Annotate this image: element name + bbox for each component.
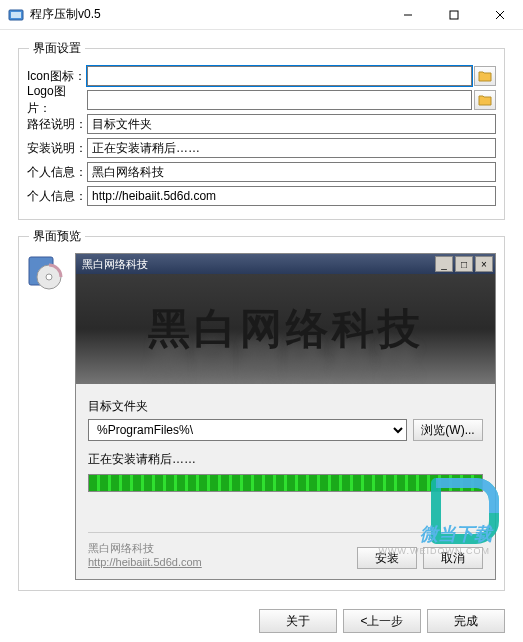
- preview-group: 界面预览 黑白网络科技 _ □ × 黑白网络科技 目标文件夹 %ProgramF…: [18, 228, 505, 591]
- settings-legend: 界面设置: [29, 40, 85, 57]
- preview-close-button[interactable]: ×: [475, 256, 493, 272]
- progress-fill: [89, 475, 482, 491]
- folder-icon: [478, 69, 492, 83]
- progress-bar: [88, 474, 483, 492]
- preview-path-select[interactable]: %ProgramFiles%\: [88, 419, 407, 441]
- info1-label: 个人信息：: [27, 164, 87, 181]
- preview-browse-button[interactable]: 浏览(W)...: [413, 419, 483, 441]
- logo-input[interactable]: [87, 90, 472, 110]
- svg-point-8: [46, 274, 52, 280]
- preview-title-text: 黑白网络科技: [82, 257, 148, 272]
- bottom-bar: 关于 <上一步 完成: [0, 609, 523, 633]
- install-desc-row: 安装说明：: [27, 137, 496, 159]
- finish-button[interactable]: 完成: [427, 609, 505, 633]
- logo-label: Logo图片：: [27, 83, 87, 117]
- app-icon: [8, 7, 24, 23]
- window-title: 程序压制v0.5: [30, 6, 385, 23]
- install-desc-input[interactable]: [87, 138, 496, 158]
- close-button[interactable]: [477, 0, 523, 30]
- preview-minimize-button[interactable]: _: [435, 256, 453, 272]
- svg-rect-3: [450, 11, 458, 19]
- settings-group: 界面设置 Icon图标： Logo图片： 路径说明： 安装说明： 个人信息： 个…: [18, 40, 505, 220]
- window-titlebar: 程序压制v0.5: [0, 0, 523, 30]
- preview-path-label: 目标文件夹: [88, 398, 483, 415]
- icon-browse-button[interactable]: [474, 66, 496, 86]
- maximize-button[interactable]: [431, 0, 477, 30]
- about-button[interactable]: 关于: [259, 609, 337, 633]
- preview-company: 黑白网络科技: [88, 541, 357, 555]
- preview-url-link[interactable]: http://heibaiit.5d6d.com: [88, 556, 202, 568]
- info1-row: 个人信息：: [27, 161, 496, 183]
- path-label: 路径说明：: [27, 116, 87, 133]
- icon-input[interactable]: [87, 66, 472, 86]
- info2-label: 个人信息：: [27, 188, 87, 205]
- folder-icon: [478, 93, 492, 107]
- info1-input[interactable]: [87, 162, 496, 182]
- preview-info: 黑白网络科技 http://heibaiit.5d6d.com: [88, 541, 357, 569]
- preview-body: 目标文件夹 %ProgramFiles%\ 浏览(W)... 正在安装请稍后………: [76, 384, 495, 579]
- path-input[interactable]: [87, 114, 496, 134]
- preview-banner: 黑白网络科技: [76, 274, 495, 384]
- icon-row: Icon图标：: [27, 65, 496, 87]
- banner-text: 黑白网络科技: [148, 301, 424, 357]
- cancel-button[interactable]: 取消: [423, 547, 483, 569]
- preview-legend: 界面预览: [29, 228, 85, 245]
- path-row: 路径说明：: [27, 113, 496, 135]
- info2-row: 个人信息：: [27, 185, 496, 207]
- logo-row: Logo图片：: [27, 89, 496, 111]
- install-button[interactable]: 安装: [357, 547, 417, 569]
- prev-button[interactable]: <上一步: [343, 609, 421, 633]
- preview-maximize-button[interactable]: □: [455, 256, 473, 272]
- icon-label: Icon图标：: [27, 68, 87, 85]
- preview-install-label: 正在安装请稍后……: [88, 451, 483, 468]
- cd-icon: [27, 255, 63, 291]
- preview-titlebar: 黑白网络科技 _ □ ×: [76, 254, 495, 274]
- logo-browse-button[interactable]: [474, 90, 496, 110]
- install-desc-label: 安装说明：: [27, 140, 87, 157]
- preview-window: 黑白网络科技 _ □ × 黑白网络科技 目标文件夹 %ProgramFiles%…: [75, 253, 496, 580]
- svg-rect-1: [11, 12, 21, 18]
- info2-input[interactable]: [87, 186, 496, 206]
- minimize-button[interactable]: [385, 0, 431, 30]
